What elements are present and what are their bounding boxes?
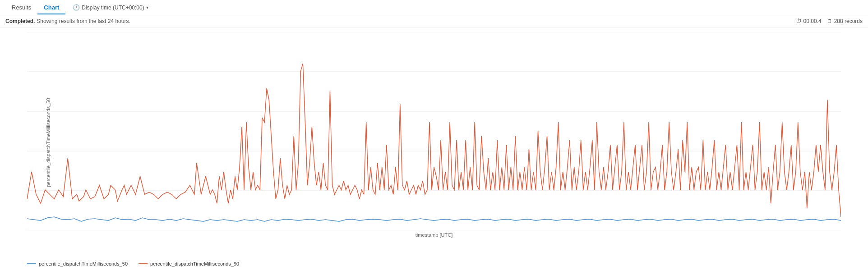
time-value: 00:00.4 — [803, 18, 822, 24]
chart-container: percentile_dispatchTimeMilliseconds_50 5… — [0, 28, 868, 257]
p90-line — [27, 64, 841, 217]
legend-item-p50: percentile_dispatchTimeMilliseconds_50 — [27, 261, 128, 266]
records-icon: 🗒 — [827, 18, 832, 24]
time-badge: ⏱ 00:00.4 — [796, 18, 822, 24]
chart-svg: 500 400 300 200 100 0 — [27, 32, 841, 230]
records-badge: 🗒 288 records — [827, 18, 863, 24]
status-right: ⏱ 00:00.4 🗒 288 records — [796, 18, 863, 24]
status-message: Showing results from the last 24 hours. — [37, 18, 130, 24]
status-completed: Completed. — [5, 18, 35, 24]
chart-legend: percentile_dispatchTimeMilliseconds_50 p… — [0, 257, 868, 270]
display-time-label: Display time (UTC+00:00) — [82, 5, 144, 11]
legend-line-blue — [27, 263, 36, 264]
chart-area: 500 400 300 200 100 0 — [27, 32, 841, 230]
status-left: Completed. Showing results from the last… — [5, 18, 130, 24]
records-value: 288 records — [834, 18, 863, 24]
x-axis-label: timestamp [UTC] — [27, 232, 841, 238]
tab-chart[interactable]: Chart — [37, 1, 65, 14]
legend-label-p50: percentile_dispatchTimeMilliseconds_50 — [39, 261, 128, 266]
status-bar: Completed. Showing results from the last… — [0, 15, 868, 28]
p50-line — [27, 217, 841, 221]
clock-icon: 🕐 — [73, 4, 80, 11]
top-bar: Results Chart 🕐 Display time (UTC+00:00)… — [0, 0, 868, 15]
tab-results[interactable]: Results — [5, 1, 37, 14]
legend-item-p90: percentile_dispatchTimeMilliseconds_90 — [139, 261, 239, 266]
chevron-down-icon: ▾ — [146, 5, 148, 10]
clock-icon-small: ⏱ — [796, 18, 802, 24]
legend-label-p90: percentile_dispatchTimeMilliseconds_90 — [150, 261, 239, 266]
display-time-selector[interactable]: 🕐 Display time (UTC+00:00) ▾ — [73, 4, 148, 11]
legend-line-red — [139, 263, 148, 264]
